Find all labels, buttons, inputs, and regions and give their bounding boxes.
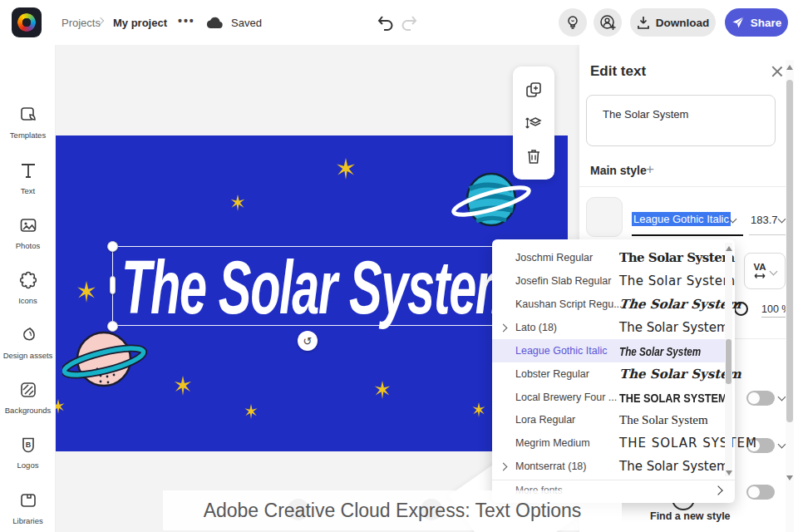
- font-option-league-gothic[interactable]: League Gothic Italic The Solar System: [492, 339, 725, 362]
- share-button[interactable]: Share: [725, 8, 788, 37]
- text-content-input[interactable]: The Solar System: [586, 95, 776, 146]
- resize-handle-left[interactable]: [110, 276, 116, 294]
- find-new-style-link[interactable]: Find a new style: [650, 510, 731, 522]
- panel-scrollbar-thumb[interactable]: [786, 80, 793, 422]
- caption-text: Adobe Creative Cloud Express: Text Optio…: [204, 500, 582, 522]
- star-sparkle-icon: [76, 281, 97, 303]
- chevron-right-icon[interactable]: [500, 462, 508, 470]
- sidebar-item-logos[interactable]: B Logos: [0, 435, 56, 470]
- font-option-montserrat[interactable]: Montserrat (18) The Solar System: [492, 455, 725, 478]
- cloud-saved-icon: [205, 15, 225, 30]
- font-preview: The Solar System: [619, 391, 727, 405]
- top-bar: Projects My project ••• Saved: [0, 0, 798, 45]
- chevron-down-icon: [769, 267, 777, 275]
- chevron-down-icon[interactable]: [778, 441, 786, 449]
- inspiration-button[interactable]: [559, 8, 587, 37]
- font-field-underline: [632, 234, 743, 236]
- font-preview: The Solar System: [619, 273, 736, 288]
- chevron-right-icon[interactable]: [713, 485, 722, 495]
- font-preview: The Solar System: [618, 297, 741, 312]
- selection-toolbar: [513, 66, 554, 180]
- toggle-switch[interactable]: [746, 485, 775, 500]
- download-button[interactable]: Download: [630, 8, 716, 37]
- reorder-layers-button[interactable]: [525, 114, 543, 132]
- rotate-handle[interactable]: ↺: [298, 331, 318, 351]
- close-icon[interactable]: [771, 65, 784, 78]
- text-style-swatch[interactable]: [586, 197, 623, 237]
- font-option-local-brewery[interactable]: Local Brewery Four ... The Solar System: [492, 386, 725, 409]
- sidebar-label: Photos: [0, 241, 56, 250]
- text-selection-box[interactable]: [112, 246, 503, 326]
- star-sparkle-icon: [56, 399, 66, 414]
- redo-icon[interactable]: [400, 14, 418, 31]
- ghost-control: [421, 499, 442, 520]
- font-preview: The Solar System: [619, 250, 735, 265]
- sidebar-item-libraries[interactable]: Libraries: [0, 490, 56, 525]
- sidebar-item-text[interactable]: Text: [0, 160, 56, 195]
- horizontal-arrows-icon: [754, 273, 766, 279]
- download-icon: [637, 16, 650, 29]
- font-name-field[interactable]: League Gothic Italic: [632, 213, 731, 225]
- font-option-lora[interactable]: Lora Regular The Solar System: [492, 408, 725, 431]
- invite-collaborator-button[interactable]: [594, 8, 622, 37]
- font-preview: The Solar System: [619, 367, 741, 382]
- size-field-underline: [749, 234, 790, 235]
- resize-handle-bottom-left[interactable]: [107, 321, 118, 332]
- font-option-kaushan[interactable]: Kaushan Script Regu... The Solar System: [492, 293, 725, 316]
- undo-icon[interactable]: [377, 14, 395, 31]
- scroll-up-arrow-icon[interactable]: [726, 246, 732, 251]
- sidebar-item-photos[interactable]: Photos: [0, 215, 56, 250]
- font-preview: The Solar System: [619, 436, 757, 451]
- toggle-switch[interactable]: [746, 391, 775, 406]
- font-size-field[interactable]: 183.7: [751, 214, 778, 226]
- font-option-josefin[interactable]: Josefin Slab Regular The Solar System: [492, 269, 725, 293]
- sidebar-label: Templates: [0, 131, 56, 140]
- scroll-up-arrow-icon[interactable]: [786, 65, 793, 70]
- chevron-down-icon[interactable]: [778, 215, 786, 224]
- star-sparkle-icon: [244, 404, 259, 419]
- breadcrumb-projects[interactable]: Projects: [62, 17, 101, 29]
- creative-cloud-logo[interactable]: [12, 7, 42, 37]
- letter-spacing-button[interactable]: VA: [744, 253, 786, 289]
- delete-button[interactable]: [525, 147, 543, 165]
- font-preview: The Solar System: [619, 459, 729, 474]
- svg-text:B: B: [25, 441, 31, 449]
- scroll-down-arrow-icon[interactable]: [726, 470, 732, 475]
- photos-icon: [18, 215, 38, 235]
- left-sidebar: Templates Text Photos: [0, 45, 56, 532]
- lightbulb-icon: [565, 15, 580, 30]
- font-option-lobster[interactable]: Lobster Regular The Solar System: [492, 362, 725, 386]
- dropdown-scrollbar-thumb[interactable]: [726, 339, 732, 384]
- ghost-control: [288, 499, 309, 520]
- chevron-down-icon[interactable]: [778, 393, 786, 401]
- chevron-right-icon[interactable]: [500, 323, 508, 332]
- star-sparkle-icon: [373, 381, 392, 399]
- sidebar-label: Libraries: [0, 516, 56, 525]
- sidebar-item-backgrounds[interactable]: Backgrounds: [0, 380, 56, 415]
- font-option-joschmi[interactable]: Joschmi Regular The Solar System: [492, 246, 725, 269]
- font-list-dropdown: Joschmi Regular The Solar System Josefin…: [492, 239, 735, 503]
- design-assets-icon: [18, 325, 38, 345]
- more-options-button[interactable]: •••: [178, 14, 195, 27]
- panel-title: Edit text: [590, 63, 646, 80]
- font-option-lato[interactable]: Lato (18) The Solar System: [492, 316, 725, 339]
- sidebar-label: Backgrounds: [0, 406, 56, 415]
- add-style-button[interactable]: +: [646, 161, 654, 178]
- cc-ring-icon: [17, 13, 36, 32]
- sidebar-item-templates[interactable]: Templates: [0, 105, 56, 140]
- sidebar-label: Design assets: [0, 351, 56, 360]
- font-preview: The Solar System: [619, 413, 708, 427]
- font-name-value: League Gothic Italic: [632, 212, 731, 226]
- send-icon: [732, 16, 745, 29]
- font-preview: The Solar System: [619, 320, 729, 335]
- sidebar-label: Logos: [0, 461, 56, 470]
- sidebar-item-design-assets[interactable]: Design assets: [0, 325, 56, 360]
- pink-planet-illustration: [62, 318, 147, 401]
- resize-handle-top-left[interactable]: [107, 241, 118, 252]
- icons-icon: [18, 270, 38, 290]
- duplicate-button[interactable]: [525, 81, 543, 99]
- scroll-down-arrow-icon[interactable]: [786, 475, 793, 480]
- sidebar-item-icons[interactable]: Icons: [0, 270, 56, 305]
- font-option-megrim[interactable]: Megrim Medium The Solar System: [492, 431, 725, 455]
- logos-icon: B: [18, 435, 38, 455]
